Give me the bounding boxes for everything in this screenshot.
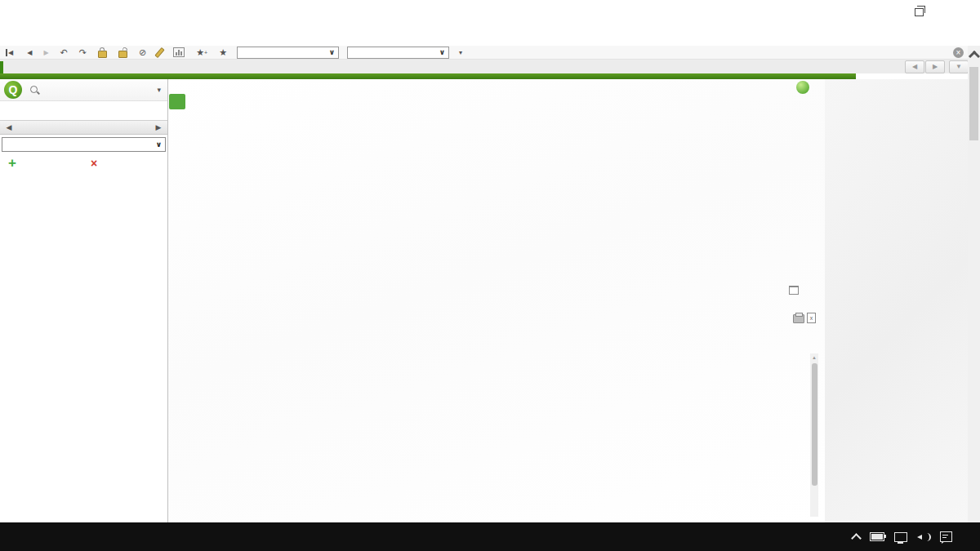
add-bookmark-icon[interactable]: ★+ <box>196 47 207 58</box>
window-titlebar <box>0 0 980 23</box>
toolbar-close-button[interactable]: × <box>950 47 964 58</box>
tray-expand-icon[interactable] <box>851 533 862 544</box>
chart-icon[interactable] <box>173 47 185 57</box>
table-scrollbar[interactable]: ▲ <box>810 353 818 517</box>
search-icon[interactable] <box>30 86 39 95</box>
lock-icon[interactable] <box>98 47 107 58</box>
qlikview-logo: Q <box>4 81 22 99</box>
screen: Q ▾ Q ◀ ◀ ▶ ↶ ↷ ⊘ ★+ ★ ∨ ∨ ▾ × <box>0 0 980 551</box>
sidebar: Q ▾ ◀ ▶ ∨ + × <box>0 79 168 522</box>
chevron-down-icon: ∨ <box>439 47 445 58</box>
qlikview-toolbar: ◀ ◀ ▶ ↶ ↷ ⊘ ★+ ★ ∨ ∨ ▾ × <box>0 46 980 60</box>
browser-scrollbar[interactable] <box>968 46 980 522</box>
pencil-glyph <box>155 47 165 57</box>
network-icon[interactable] <box>894 532 907 542</box>
action-center-icon[interactable] <box>940 531 952 542</box>
bookmark-select[interactable]: ∨ <box>237 47 339 59</box>
current-selections-title <box>0 101 167 105</box>
bookmark-icon[interactable]: ★ <box>219 47 227 58</box>
canvas-background <box>825 79 968 522</box>
chart-glyph <box>173 47 185 57</box>
object-restore-icon[interactable] <box>789 286 799 295</box>
browser-address-row: Q ▾ Q <box>0 23 980 47</box>
scrollbar-thumb[interactable] <box>812 363 817 486</box>
export-excel-icon[interactable]: x <box>807 313 816 323</box>
selections-nav-row: ◀ ▶ <box>0 120 167 135</box>
restore-icon <box>915 8 924 16</box>
window-restore-button[interactable] <box>906 3 931 20</box>
forward-selection-icon[interactable]: ▶ <box>43 49 48 56</box>
sheet-header-band <box>0 73 856 79</box>
clear-button[interactable]: ◀ <box>6 47 16 57</box>
system-tray <box>853 522 980 551</box>
chevron-down-icon[interactable]: ▾ <box>157 86 161 94</box>
scroll-up-icon[interactable] <box>969 51 980 62</box>
sheet-tab-strip <box>0 60 980 73</box>
unlock-glyph <box>118 51 127 58</box>
info-icon[interactable] <box>796 81 809 94</box>
chevron-down-icon: ∨ <box>156 140 162 149</box>
more-button[interactable]: ▾ <box>459 47 465 57</box>
window-minimize-button[interactable] <box>866 3 890 20</box>
tab-list-button[interactable]: ▼ <box>949 60 969 73</box>
tab-scroll-left-button[interactable]: ◀ <box>905 60 924 73</box>
redo-icon[interactable]: ↷ <box>79 47 87 58</box>
tab-scroll-right-button[interactable]: ▶ <box>925 60 945 73</box>
bookmark-actions-row: + × <box>0 154 167 172</box>
scrollbar-thumb[interactable] <box>969 67 978 140</box>
selections-back-icon[interactable]: ◀ <box>0 123 18 131</box>
print-icon[interactable] <box>793 314 804 323</box>
clear-icon-arrow: ◀ <box>8 49 13 56</box>
clear-icon <box>6 49 7 56</box>
sidebar-search-row: Q ▾ <box>0 79 167 101</box>
clear-all-icon[interactable]: ⊘ <box>139 47 146 58</box>
add-bookmark-plus-icon[interactable]: + <box>0 155 24 171</box>
back-selection-icon[interactable]: ◀ <box>27 49 32 56</box>
scroll-up-icon[interactable]: ▲ <box>812 355 817 360</box>
undo-icon[interactable]: ↶ <box>60 47 68 58</box>
edit-icon[interactable] <box>158 47 162 58</box>
close-circle-icon: × <box>953 47 964 58</box>
remove-bookmark-x-icon[interactable]: × <box>82 157 106 170</box>
main-content: x ▲ <box>168 79 825 522</box>
selections-forward-icon[interactable]: ▶ <box>149 123 167 131</box>
volume-icon[interactable] <box>917 532 930 542</box>
chevron-down-icon: ∨ <box>329 47 335 58</box>
sidebar-bookmark-select[interactable]: ∨ <box>2 137 166 152</box>
unlock-icon[interactable] <box>118 47 127 58</box>
report-select[interactable]: ∨ <box>347 47 449 59</box>
tab-strip-edge <box>0 61 3 73</box>
chevron-icon: ▾ <box>459 49 462 56</box>
battery-icon[interactable] <box>870 532 884 541</box>
lock-glyph <box>98 51 107 58</box>
window-close-button[interactable] <box>946 3 970 20</box>
windows-taskbar <box>0 522 980 551</box>
back-to-list-button[interactable] <box>169 94 185 109</box>
